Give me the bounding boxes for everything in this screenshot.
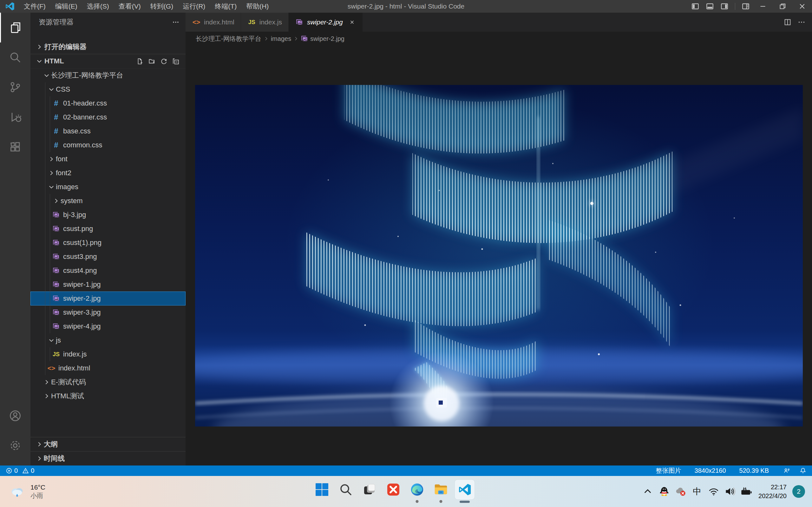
tree-item-E-测试代码[interactable]: E-测试代码	[31, 375, 186, 389]
layout-customize-button[interactable]	[739, 0, 753, 13]
menu-item[interactable]: 查看(V)	[114, 0, 146, 13]
activity-account[interactable]	[0, 401, 31, 431]
tree-item-csust(1).png[interactable]: csust(1).png	[31, 236, 186, 250]
tree-item-csust3.png[interactable]: csust3.png	[31, 250, 186, 264]
open-editors-header[interactable]: 打开的编辑器	[31, 40, 186, 54]
chevron-down-icon	[42, 71, 51, 80]
more-actions-icon[interactable]	[796, 17, 807, 27]
tree-item-system[interactable]: system	[31, 194, 186, 208]
status-bar: 0 0 整张图片3840x2160520.39 KB	[0, 465, 812, 476]
refresh-icon[interactable]	[158, 56, 169, 66]
notification-badge[interactable]: 2	[792, 485, 805, 498]
sync-error-icon[interactable]	[673, 484, 688, 499]
activity-search[interactable]	[0, 43, 31, 72]
tab-index.html[interactable]: <>index.html	[186, 13, 241, 32]
taskbar-clock[interactable]: 22:17 2022/4/20	[758, 483, 786, 500]
more-actions-icon[interactable]	[170, 17, 181, 27]
problems-status[interactable]: 0 0	[6, 467, 34, 474]
tab-index.js[interactable]: JSindex.js	[241, 13, 289, 32]
weather-condition: 小雨	[31, 492, 45, 500]
taskbar-start-icon[interactable]	[312, 480, 332, 499]
taskbar-edge-icon[interactable]	[407, 480, 427, 499]
tree-item-swiper-1.jpg[interactable]: swiper-1.jpg	[31, 278, 186, 291]
breadcrumb-item[interactable]: 长沙理工-网络教学平台	[196, 35, 261, 43]
tree-item-长沙理工-网络教学平台[interactable]: 长沙理工-网络教学平台	[31, 68, 186, 82]
menu-item[interactable]: 终端(T)	[210, 0, 241, 13]
split-editor-icon[interactable]	[782, 17, 793, 27]
workspace-section-header[interactable]: HTML	[31, 54, 186, 68]
menu-item[interactable]: 帮助(H)	[241, 0, 273, 13]
tree-item-js[interactable]: js	[31, 333, 186, 347]
qq-icon[interactable]	[657, 484, 671, 499]
breadcrumb-item[interactable]: swiper-2.jpg	[301, 35, 345, 43]
tree-item-bj-3.jpg[interactable]: bj-3.jpg	[31, 208, 186, 222]
menu-item[interactable]: 运行(R)	[178, 0, 210, 13]
battery-icon[interactable]	[740, 484, 754, 499]
taskbar-task-view-icon[interactable]	[360, 480, 379, 499]
tree-item-index.html[interactable]: <>index.html	[31, 361, 186, 375]
window-close-button[interactable]	[792, 0, 812, 13]
menu-item[interactable]: 文件(F)	[19, 0, 50, 13]
new-folder-icon[interactable]	[146, 56, 157, 66]
close-icon[interactable]	[348, 18, 356, 26]
tree-item-index.js[interactable]: JSindex.js	[31, 347, 186, 361]
menu-item[interactable]: 转到(G)	[146, 0, 178, 13]
status-item[interactable]: 整张图片	[656, 466, 681, 475]
tree-item-csust.png[interactable]: csust.png	[31, 222, 186, 236]
layout-sidebar-left-button[interactable]	[688, 0, 703, 13]
breadcrumb-item[interactable]: images	[271, 35, 291, 43]
tree-item-HTML测试[interactable]: HTML测试	[31, 389, 186, 403]
tree-item-swiper-3.jpg[interactable]: swiper-3.jpg	[31, 305, 186, 320]
taskbar-search-icon[interactable]	[336, 480, 356, 499]
file-tree: 长沙理工-网络教学平台CSS#01-header.css#02-banner.c…	[31, 68, 186, 403]
tree-item-common.css[interactable]: #common.css	[31, 138, 186, 152]
chevron-right-icon	[52, 196, 61, 205]
layout-panel-button[interactable]	[703, 0, 717, 13]
weather-widget[interactable]: 16°C 小雨	[9, 483, 45, 500]
tree-item-swiper-4.jpg[interactable]: swiper-4.jpg	[31, 320, 186, 333]
activity-source-control[interactable]	[0, 72, 31, 102]
tree-item-csust4.png[interactable]: csust4.png	[31, 264, 186, 278]
windows-taskbar: 16°C 小雨 中 22:17 2022/4/20 2	[0, 476, 812, 507]
menu-item[interactable]: 选择(S)	[82, 0, 114, 13]
volume-icon[interactable]	[723, 484, 738, 499]
status-item[interactable]: 3840x2160	[695, 467, 726, 474]
activity-run-debug[interactable]	[0, 102, 31, 132]
activity-settings[interactable]	[0, 431, 31, 460]
menu-item[interactable]: 编辑(E)	[50, 0, 82, 13]
minimize-button[interactable]	[753, 0, 773, 13]
feedback-icon[interactable]	[783, 467, 790, 474]
wifi-icon[interactable]	[706, 484, 721, 499]
tree-item-label: font2	[56, 169, 71, 177]
image-preview-pane[interactable]	[186, 46, 812, 465]
restore-button[interactable]	[773, 0, 792, 13]
indent-guide	[50, 96, 50, 152]
collapse-all-icon[interactable]	[170, 56, 181, 66]
new-file-icon[interactable]	[134, 56, 145, 66]
chevron-down-icon	[35, 57, 44, 66]
section-时间线[interactable]: 时间线	[31, 451, 186, 465]
tree-item-CSS[interactable]: CSS	[31, 82, 186, 96]
weather-temp: 16°C	[31, 483, 45, 492]
activity-extensions[interactable]	[0, 132, 31, 162]
ime-indicator[interactable]: 中	[690, 486, 705, 497]
tree-item-base.css[interactable]: #base.css	[31, 124, 186, 138]
taskbar-file-explorer-icon[interactable]	[431, 480, 451, 499]
activity-explorer[interactable]	[0, 13, 31, 43]
section-大纲[interactable]: 大纲	[31, 437, 186, 451]
tree-item-font2[interactable]: font2	[31, 166, 186, 180]
taskbar-vscode-icon[interactable]	[455, 480, 474, 499]
tree-item-swiper-2.jpg[interactable]: swiper-2.jpg	[31, 291, 186, 305]
tab-swiper-2.jpg[interactable]: swiper-2.jpg	[289, 13, 363, 32]
chevron-up-icon[interactable]	[641, 484, 655, 499]
taskbar-red-x-app-icon[interactable]	[384, 480, 403, 499]
tree-item-font[interactable]: font	[31, 152, 186, 166]
tree-item-label: 01-header.css	[63, 99, 107, 107]
layout-sidebar-right-button[interactable]	[717, 0, 732, 13]
tree-item-images[interactable]: images	[31, 180, 186, 194]
bell-icon[interactable]	[800, 467, 806, 474]
tree-item-02-banner.css[interactable]: #02-banner.css	[31, 110, 186, 124]
image-preview[interactable]	[195, 85, 803, 427]
status-item[interactable]: 520.39 KB	[740, 467, 769, 474]
tree-item-01-header.css[interactable]: #01-header.css	[31, 96, 186, 110]
